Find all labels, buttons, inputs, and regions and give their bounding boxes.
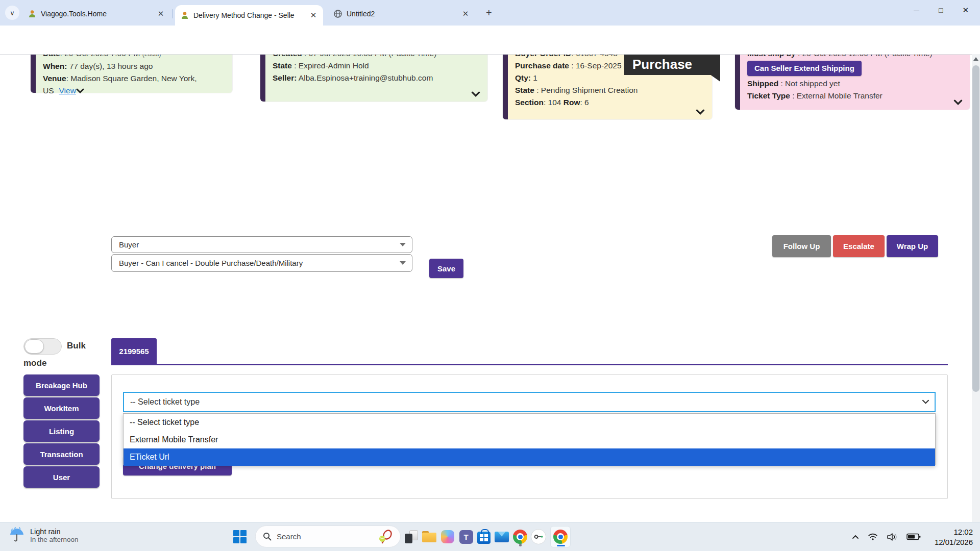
- ticket-type-select[interactable]: -- Select ticket type: [123, 392, 936, 412]
- shipped-line: Shipped : Not shipped yet: [747, 78, 963, 90]
- event-date-line: Date: 20-Oct-2025 7:00 PM (Local): [43, 54, 225, 60]
- tab-delivery-method-change[interactable]: Delivery Method Change - Selle ✕: [175, 5, 323, 26]
- extend-shipping-button[interactable]: Can Seller Extend Shipping: [747, 61, 862, 76]
- category-select-value: Buyer: [119, 240, 139, 249]
- tab-close-icon[interactable]: ✕: [461, 9, 470, 18]
- chrome-icon: [513, 530, 527, 544]
- mail-button[interactable]: [493, 526, 510, 547]
- option-external-mobile-transfer[interactable]: External Mobile Transfer: [124, 431, 935, 448]
- sidebar-item-user[interactable]: User: [23, 466, 100, 488]
- mail-icon: [495, 532, 509, 542]
- key-icon: [531, 529, 546, 544]
- close-window-button[interactable]: ✕: [962, 6, 969, 15]
- window-controls: ─ □ ✕: [914, 0, 980, 20]
- search-placeholder: Search: [277, 532, 373, 541]
- listing-card: Created : 07-Jul-2025 10:03 PM (Pacific …: [260, 54, 487, 102]
- copilot-button[interactable]: [439, 526, 456, 547]
- weather-subtext: In the afternoon: [30, 536, 79, 543]
- chrome-icon: [553, 530, 568, 544]
- created-line: Created : 07-Jul-2025 10:03 PM (Pacific …: [273, 54, 480, 60]
- file-explorer-button[interactable]: [421, 526, 438, 547]
- tab-viagogo-tools-home[interactable]: Viagogo.Tools.Home ✕: [22, 5, 170, 23]
- scroll-up-icon[interactable]: [973, 57, 978, 61]
- chrome-active-button[interactable]: [550, 526, 571, 547]
- clock-date: 12/01/2026: [935, 537, 973, 547]
- battery-icon[interactable]: [906, 533, 921, 540]
- tab-title: Viagogo.Tools.Home: [41, 10, 107, 18]
- topic-select[interactable]: Buyer - Can I cancel - Double Purchase/D…: [111, 254, 412, 272]
- volume-icon[interactable]: [887, 533, 898, 541]
- wifi-icon[interactable]: [868, 533, 878, 541]
- must-ship-line: Must ship by : 20-Oct-2025 12:00 PM (Pac…: [747, 54, 963, 60]
- bulk-mode-toggle[interactable]: [23, 338, 62, 355]
- ticket-type-select-value: -- Select ticket type: [130, 397, 200, 407]
- new-tab-button[interactable]: +: [486, 7, 492, 19]
- page-scrollbar[interactable]: [972, 54, 980, 522]
- save-button[interactable]: Save: [429, 259, 463, 278]
- tab-close-icon[interactable]: ✕: [309, 11, 318, 20]
- weather-condition: Light rain: [30, 528, 79, 536]
- option-select-ticket-type[interactable]: -- Select ticket type: [124, 414, 935, 431]
- seller-line: Seller: Alba.Espinosa+training@stubhub.c…: [273, 72, 480, 84]
- select-chevron-icon: [922, 399, 929, 405]
- follow-up-button[interactable]: Follow Up: [772, 235, 831, 257]
- tab-close-icon[interactable]: ✕: [156, 9, 165, 18]
- tab-title: Delivery Method Change - Selle: [193, 11, 295, 19]
- ticket-type-options: -- Select ticket type External Mobile Tr…: [123, 413, 936, 465]
- teams-icon: T: [459, 530, 473, 544]
- tab-separator: [173, 9, 173, 18]
- event-card: Date: 20-Oct-2025 7:00 PM (Local) When: …: [31, 54, 232, 93]
- topic-select-value: Buyer - Can I cancel - Double Purchase/D…: [119, 259, 303, 267]
- caret-down-icon: [400, 243, 406, 246]
- sidebar-item-breakage-hub[interactable]: Breakage Hub: [23, 374, 100, 396]
- search-icon: [263, 532, 272, 541]
- view-link[interactable]: View: [59, 86, 76, 95]
- running-indicator: [519, 544, 522, 546]
- search-highlight-tennis-icon: [378, 529, 393, 544]
- tray-chevron-up-icon[interactable]: [852, 535, 859, 539]
- light-rain-icon: [8, 527, 26, 544]
- chevron-down-icon[interactable]: [696, 109, 705, 115]
- workitem-tab[interactable]: 2199565: [111, 338, 157, 364]
- purchase-state-line: State : Pending Shipment Creation: [515, 84, 705, 96]
- microsoft-store-button[interactable]: [475, 526, 493, 547]
- taskbar-clock[interactable]: 12:02 12/01/2026: [935, 527, 973, 547]
- folder-icon: [422, 531, 436, 542]
- caret-down-icon: [400, 261, 406, 265]
- state-line: State : Expired-Admin Hold: [273, 60, 480, 72]
- system-tray: [852, 526, 921, 547]
- sidebar-item-workitem[interactable]: WorkItem: [23, 397, 100, 419]
- tab-untitled2[interactable]: Untitled2 ✕: [328, 5, 475, 23]
- wrap-up-button[interactable]: Wrap Up: [887, 235, 938, 257]
- tab-search-chevron-icon[interactable]: ∨: [5, 6, 19, 20]
- weather-widget[interactable]: Light rain In the afternoon: [8, 527, 79, 544]
- option-eticket-url[interactable]: ETicket Url: [124, 448, 935, 466]
- tab-underline: [111, 364, 948, 365]
- task-view-button[interactable]: [403, 526, 420, 547]
- clock-time: 12:02: [935, 527, 973, 537]
- sidebar-item-transaction[interactable]: Transaction: [23, 443, 100, 465]
- tab-title: Untitled2: [347, 10, 375, 18]
- event-venue-line: Venue: Madison Square Garden, New York, …: [43, 72, 225, 97]
- taskbar-search[interactable]: Search: [255, 525, 401, 547]
- escalate-button[interactable]: Escalate: [833, 235, 885, 257]
- minimize-button[interactable]: ─: [914, 6, 919, 15]
- chrome-button[interactable]: [511, 526, 529, 547]
- start-button[interactable]: [231, 526, 249, 547]
- maximize-button[interactable]: □: [939, 6, 943, 14]
- toggle-knob: [24, 339, 44, 354]
- globe-favicon-icon: [333, 9, 342, 18]
- category-select[interactable]: Buyer: [111, 236, 412, 253]
- shipping-card: Must ship by : 20-Oct-2025 12:00 PM (Pac…: [735, 54, 970, 110]
- chevron-down-icon[interactable]: [953, 99, 963, 106]
- scrollbar-thumb[interactable]: [972, 65, 979, 392]
- sidebar-item-listing[interactable]: Listing: [23, 420, 100, 442]
- password-key-button[interactable]: [530, 526, 547, 547]
- ticket-type-line: Ticket Type : External Mobile Transfer: [747, 90, 963, 102]
- chevron-down-icon[interactable]: [471, 91, 480, 97]
- event-when-line: When: 77 day(s), 13 hours ago: [43, 60, 225, 72]
- teams-button[interactable]: T: [457, 526, 475, 547]
- chevron-down-icon[interactable]: [76, 88, 84, 94]
- purchase-tooltip: Purchase: [624, 54, 720, 75]
- browser-tab-strip: ∨ Viagogo.Tools.Home ✕ Delivery Method C…: [0, 0, 980, 26]
